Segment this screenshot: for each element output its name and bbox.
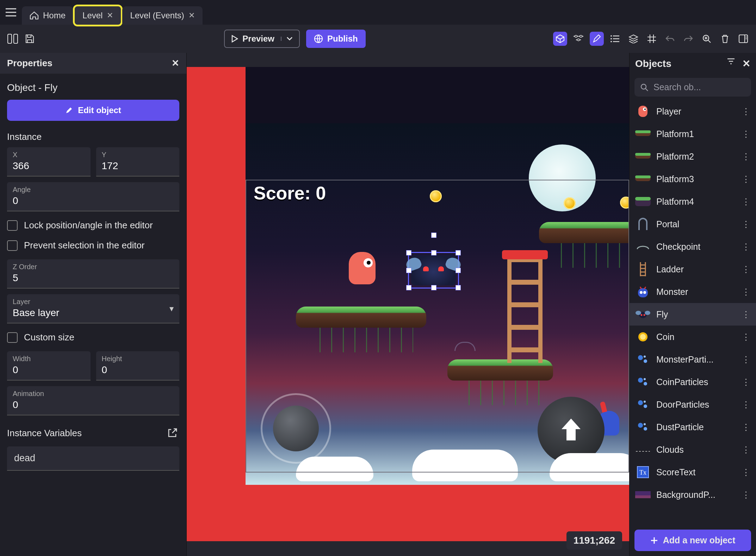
chevron-down-icon[interactable] bbox=[281, 37, 293, 41]
variable-name[interactable]: dead bbox=[7, 446, 179, 471]
platform-object[interactable] bbox=[296, 307, 426, 328]
object-item-dustparticle[interactable]: DustParticle⋮ bbox=[630, 416, 756, 438]
player-object[interactable] bbox=[349, 252, 376, 284]
layer-select[interactable]: Layer Base layer ▾ bbox=[7, 294, 179, 323]
object-item-platform4[interactable]: Platform4⋮ bbox=[630, 190, 756, 213]
height-field[interactable]: Height 0 bbox=[96, 351, 180, 381]
object-item-coin[interactable]: Coin⋮ bbox=[630, 326, 756, 348]
add-object-button[interactable]: Add a new object bbox=[634, 530, 751, 551]
more-icon[interactable]: ⋮ bbox=[742, 152, 750, 162]
more-icon[interactable]: ⋮ bbox=[742, 490, 750, 500]
x-field[interactable]: X 366 bbox=[7, 147, 91, 177]
menu-icon[interactable] bbox=[3, 4, 19, 20]
close-icon[interactable]: ✕ bbox=[107, 11, 113, 20]
y-field[interactable]: Y 172 bbox=[96, 147, 180, 177]
coin-object[interactable] bbox=[430, 190, 442, 202]
svg-rect-21 bbox=[635, 197, 651, 200]
settings-panel-icon[interactable] bbox=[736, 32, 750, 46]
fly-object[interactable] bbox=[411, 255, 456, 285]
more-icon[interactable]: ⋮ bbox=[742, 264, 750, 274]
more-icon[interactable]: ⋮ bbox=[742, 197, 750, 207]
edit-icon[interactable] bbox=[590, 32, 604, 46]
more-icon[interactable]: ⋮ bbox=[742, 377, 750, 387]
object-item-monster[interactable]: Monster⋮ bbox=[630, 280, 756, 303]
more-icon[interactable]: ⋮ bbox=[742, 422, 750, 432]
close-icon[interactable]: ✕ bbox=[188, 11, 195, 20]
filter-icon[interactable] bbox=[727, 58, 735, 69]
coin-object[interactable] bbox=[564, 197, 576, 209]
object-item-platform3[interactable]: Platform3⋮ bbox=[630, 168, 756, 190]
preview-button[interactable]: Preview bbox=[224, 30, 300, 48]
platform-object[interactable] bbox=[539, 222, 629, 243]
animation-field[interactable]: Animation 0 bbox=[7, 386, 179, 415]
lock-position-checkbox-row[interactable]: Lock position/angle in the editor bbox=[7, 219, 179, 231]
ladder-object[interactable] bbox=[507, 257, 543, 363]
more-icon[interactable]: ⋮ bbox=[742, 445, 750, 455]
edit-object-button[interactable]: Edit object bbox=[7, 100, 179, 121]
objects-search-input[interactable]: Search ob... bbox=[634, 78, 751, 97]
svg-rect-11 bbox=[638, 106, 647, 117]
more-icon[interactable]: ⋮ bbox=[742, 309, 750, 320]
panel-toggle-icon[interactable] bbox=[6, 32, 20, 46]
angle-field[interactable]: Angle 0 bbox=[7, 182, 179, 211]
checkbox[interactable] bbox=[7, 240, 18, 251]
close-icon[interactable]: ✕ bbox=[742, 58, 750, 69]
checkbox[interactable] bbox=[7, 332, 18, 343]
svg-point-43 bbox=[644, 423, 646, 425]
save-icon[interactable] bbox=[23, 32, 37, 46]
scene-canvas[interactable]: Score: 0 bbox=[187, 53, 629, 556]
publish-button[interactable]: Publish bbox=[306, 30, 366, 48]
close-icon[interactable]: ✕ bbox=[172, 58, 179, 69]
undo-icon[interactable] bbox=[663, 32, 677, 46]
grid-icon[interactable] bbox=[645, 32, 659, 46]
object-item-scoretext[interactable]: TxScoreText⋮ bbox=[630, 461, 756, 483]
open-external-icon[interactable] bbox=[165, 426, 179, 440]
prevent-selection-checkbox-row[interactable]: Prevent selection in the editor bbox=[7, 239, 179, 252]
cubes-icon[interactable] bbox=[571, 32, 585, 46]
width-field[interactable]: Width 0 bbox=[7, 351, 91, 381]
object-item-label: BackgroundP... bbox=[656, 490, 715, 500]
instance-vars-title: Instance Variables bbox=[7, 428, 82, 439]
tab-label: Level bbox=[82, 11, 103, 20]
redo-icon[interactable] bbox=[681, 32, 695, 46]
object-item-clouds[interactable]: Clouds⋮ bbox=[630, 438, 756, 461]
object-item-backgroundp-[interactable]: BackgroundP...⋮ bbox=[630, 483, 756, 506]
monster-thumb bbox=[635, 284, 651, 299]
more-icon[interactable]: ⋮ bbox=[742, 332, 750, 342]
more-icon[interactable]: ⋮ bbox=[742, 354, 750, 365]
fly-selection[interactable] bbox=[408, 252, 459, 289]
custom-size-checkbox-row[interactable]: Custom size bbox=[7, 331, 179, 344]
object-item-checkpoint[interactable]: Checkpoint⋮ bbox=[630, 235, 756, 258]
object-item-ladder[interactable]: Ladder⋮ bbox=[630, 258, 756, 280]
cube-icon[interactable] bbox=[553, 32, 567, 46]
zorder-field[interactable]: Z Order 5 bbox=[7, 259, 179, 289]
zoom-icon[interactable] bbox=[700, 32, 714, 46]
object-item-portal[interactable]: Portal⋮ bbox=[630, 213, 756, 235]
ladder-thumb bbox=[635, 261, 651, 277]
object-item-doorparticles[interactable]: DoorParticles⋮ bbox=[630, 393, 756, 416]
object-item-player[interactable]: Player⋮ bbox=[630, 100, 756, 123]
object-item-monsterparti-[interactable]: MonsterParti...⋮ bbox=[630, 348, 756, 371]
more-icon[interactable]: ⋮ bbox=[742, 106, 750, 117]
tab-level[interactable]: Level ✕ bbox=[75, 6, 121, 25]
tab-level-events[interactable]: Level (Events) ✕ bbox=[122, 6, 202, 25]
object-item-platform1[interactable]: Platform1⋮ bbox=[630, 123, 756, 145]
list-icon[interactable] bbox=[608, 32, 622, 46]
object-item-coinparticles[interactable]: CoinParticles⋮ bbox=[630, 371, 756, 393]
tab-home[interactable]: Home bbox=[22, 6, 73, 25]
more-icon[interactable]: ⋮ bbox=[742, 242, 750, 252]
object-item-platform2[interactable]: Platform2⋮ bbox=[630, 145, 756, 168]
more-icon[interactable]: ⋮ bbox=[742, 219, 750, 229]
moon-object bbox=[529, 144, 596, 211]
checkbox[interactable] bbox=[7, 220, 18, 231]
object-item-fly[interactable]: Fly⋮ bbox=[630, 303, 756, 326]
more-icon[interactable]: ⋮ bbox=[742, 174, 750, 184]
object-item-label: Coin bbox=[656, 332, 674, 342]
trash-icon[interactable] bbox=[718, 32, 732, 46]
more-icon[interactable]: ⋮ bbox=[742, 287, 750, 297]
layers-icon[interactable] bbox=[626, 32, 640, 46]
more-icon[interactable]: ⋮ bbox=[742, 467, 750, 477]
more-icon[interactable]: ⋮ bbox=[742, 129, 750, 139]
coin-object[interactable] bbox=[620, 197, 629, 209]
more-icon[interactable]: ⋮ bbox=[742, 400, 750, 410]
